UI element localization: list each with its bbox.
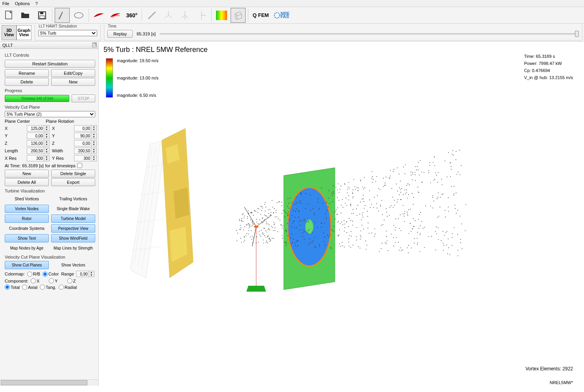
save-icon[interactable] <box>35 8 50 23</box>
component-radial-radio[interactable] <box>59 285 64 290</box>
turbine-c-icon[interactable] <box>194 8 209 23</box>
rot-x-input[interactable] <box>74 125 91 131</box>
airfoil-icon[interactable] <box>71 8 86 23</box>
center-x-input[interactable] <box>27 125 44 131</box>
component-total-radio[interactable] <box>5 285 10 290</box>
heatmap-icon[interactable] <box>214 8 229 23</box>
svg-point-513 <box>362 225 362 226</box>
svg-point-299 <box>290 219 290 220</box>
polar-red2-icon[interactable] <box>108 8 123 23</box>
nrel-fast-icon[interactable]: NRELFAST <box>272 8 290 23</box>
svg-point-526 <box>444 235 445 236</box>
show-windfield-toggle[interactable]: Show WindField <box>51 234 95 242</box>
plane-delete-all-button[interactable]: Delete All <box>5 178 49 186</box>
stop-button[interactable]: STOP <box>72 94 95 102</box>
show-vectors-toggle[interactable]: Show Vectors <box>51 261 95 269</box>
plane-delete-single-button[interactable]: Delete Single <box>51 170 95 178</box>
rot-z-input[interactable] <box>74 140 91 146</box>
polar-red-icon[interactable] <box>91 8 106 23</box>
blade-icon[interactable] <box>55 8 70 23</box>
component-x-radio[interactable] <box>31 278 36 283</box>
component-z-radio[interactable] <box>67 278 72 283</box>
svg-point-183 <box>443 243 444 244</box>
svg-point-411 <box>241 242 242 243</box>
menu-help[interactable]: ? <box>35 1 38 6</box>
component-axial-radio[interactable] <box>22 285 27 290</box>
time-slider[interactable] <box>160 33 579 35</box>
cut-plane-select[interactable]: 5% Turb Plane (2) <box>5 111 95 117</box>
svg-point-474 <box>297 240 298 241</box>
colormap-rb-radio[interactable] <box>27 272 32 277</box>
new-button[interactable]: New <box>51 78 95 86</box>
viewport-3d[interactable]: 5% Turb : NREL 5MW Reference magnitude: … <box>99 42 584 386</box>
time-slider-thumb[interactable] <box>575 31 579 37</box>
svg-point-625 <box>282 205 283 206</box>
view-3d-button[interactable]: 3DView <box>2 25 17 40</box>
turbine-model-toggle[interactable]: Turbine Model <box>51 214 95 223</box>
colormap-color-radio[interactable] <box>43 272 48 277</box>
svg-point-59 <box>333 185 334 186</box>
svg-point-575 <box>328 198 329 199</box>
svg-point-250 <box>237 240 237 241</box>
component-tang-radio[interactable] <box>40 285 45 290</box>
svg-point-551 <box>452 233 453 234</box>
replay-button[interactable]: Replay <box>107 30 133 38</box>
menu-file[interactable]: File <box>2 1 9 6</box>
svg-point-156 <box>310 195 311 196</box>
rot-y-input[interactable] <box>74 133 91 139</box>
dock-restore-icon[interactable]: ❐ <box>92 43 97 47</box>
new-file-icon[interactable] <box>2 8 17 23</box>
coordinate-systems-toggle[interactable]: Coordinate Systems <box>5 224 49 233</box>
svg-point-702 <box>312 242 312 243</box>
dock-scroll[interactable]: LLT Controls Restart Simulation Rename E… <box>0 49 98 379</box>
svg-point-637 <box>243 229 244 230</box>
svg-point-706 <box>282 235 283 236</box>
map-lines-strength-toggle[interactable]: Map Lines by Strength <box>51 244 95 252</box>
perspective-view-toggle[interactable]: Perspective View <box>51 224 95 233</box>
turbine-a-icon[interactable] <box>161 8 176 23</box>
map-nodes-age-toggle[interactable]: Map Nodes by Age <box>5 244 49 252</box>
svg-point-323 <box>386 243 387 244</box>
show-cut-planes-toggle[interactable]: Show Cut Planes <box>5 261 49 269</box>
rotor-toggle[interactable]: Rotor <box>5 214 49 223</box>
delete-button[interactable]: Delete <box>5 78 49 86</box>
view-graph-button[interactable]: GraphView <box>17 25 31 40</box>
plane-export-button[interactable]: Export <box>51 178 95 186</box>
svg-point-292 <box>382 243 383 244</box>
width-input[interactable] <box>74 148 91 154</box>
single-blade-wake-toggle[interactable]: Single Blade Wake <box>51 205 95 213</box>
svg-point-54 <box>408 194 409 195</box>
show-text-toggle[interactable]: Show Text <box>5 234 49 242</box>
range-input[interactable] <box>76 271 89 277</box>
svg-point-695 <box>369 190 370 191</box>
svg-point-177 <box>397 168 398 168</box>
plane-new-button[interactable]: New <box>5 170 49 178</box>
simulation-select[interactable]: 5% Turb <box>38 30 97 36</box>
dock-hscroll[interactable] <box>0 379 98 386</box>
360-icon[interactable]: 360° <box>124 8 139 23</box>
trailing-vortices-toggle[interactable]: Trailing Vortices <box>51 195 95 203</box>
rename-button[interactable]: Rename <box>5 69 49 77</box>
svg-point-270 <box>308 222 309 222</box>
center-z-input[interactable] <box>27 140 44 146</box>
yres-input[interactable] <box>74 155 91 161</box>
qfem-icon[interactable]: Q FEM <box>251 8 271 23</box>
svg-point-94 <box>440 197 441 198</box>
edit-copy-button[interactable]: Edit/Copy <box>51 69 95 77</box>
restart-simulation-button[interactable]: Restart Simulation <box>5 60 95 68</box>
xres-input[interactable] <box>27 155 44 161</box>
svg-point-371 <box>374 228 375 229</box>
cube-icon[interactable] <box>231 8 246 23</box>
vortex-nodes-toggle[interactable]: Vortex Nodes <box>5 205 49 213</box>
all-timesteps-checkbox[interactable] <box>77 163 82 168</box>
component-y-radio[interactable] <box>49 278 54 283</box>
shed-vortices-toggle[interactable]: Shed Vortices <box>5 195 49 203</box>
rotor-pencil-icon[interactable] <box>144 8 159 23</box>
open-folder-icon[interactable] <box>18 8 33 23</box>
length-input[interactable] <box>27 148 44 154</box>
turbine-b-icon[interactable] <box>177 8 192 23</box>
svg-point-619 <box>263 234 264 235</box>
center-y-input[interactable] <box>27 133 44 139</box>
menu-options[interactable]: Options <box>15 1 30 6</box>
svg-point-125 <box>443 194 444 194</box>
